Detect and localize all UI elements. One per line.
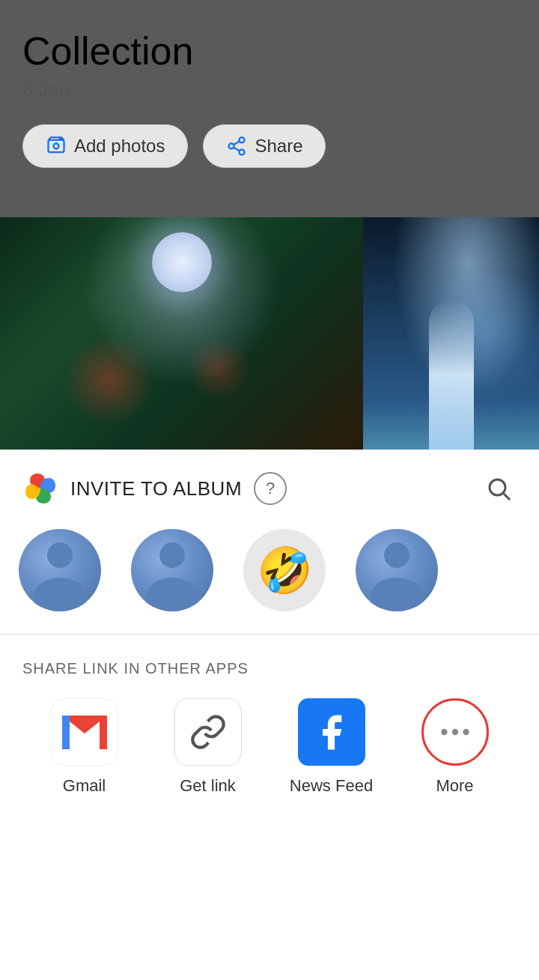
svg-point-5 bbox=[229, 144, 234, 149]
section-divider bbox=[0, 634, 539, 635]
photo-grid bbox=[0, 217, 539, 450]
svg-point-21 bbox=[463, 729, 469, 735]
add-photos-icon bbox=[46, 136, 67, 157]
share-apps-row: Gmail Get link News F bbox=[22, 698, 517, 796]
help-icon: ? bbox=[266, 479, 275, 498]
more-dots-svg bbox=[436, 713, 474, 751]
get-link-item[interactable]: Get link bbox=[156, 698, 261, 796]
share-label: Share bbox=[255, 136, 302, 157]
contact-avatar-2 bbox=[131, 529, 213, 611]
more-label: More bbox=[436, 776, 473, 796]
add-photos-label: Add photos bbox=[74, 136, 165, 157]
share-icon bbox=[226, 136, 247, 157]
contact-item-4[interactable] bbox=[352, 529, 442, 611]
svg-point-1 bbox=[54, 144, 59, 149]
contact-item-2[interactable] bbox=[127, 529, 217, 611]
chain-link-icon bbox=[189, 713, 227, 751]
collection-actions: Add photos Share bbox=[22, 124, 517, 168]
share-button[interactable]: Share bbox=[203, 124, 326, 168]
contact-avatar-1 bbox=[19, 529, 101, 611]
gmail-icon-svg bbox=[63, 716, 106, 748]
facebook-f-svg bbox=[311, 712, 352, 753]
add-photos-button[interactable]: Add photos bbox=[22, 124, 188, 168]
share-link-section: SHARE LINK IN OTHER APPS bbox=[0, 642, 539, 808]
facebook-item[interactable]: News Feed bbox=[279, 698, 384, 796]
photo-left[interactable] bbox=[0, 217, 363, 450]
invite-section: INVITE TO ALBUM ? bbox=[0, 450, 539, 521]
bottom-sheet: INVITE TO ALBUM ? 🤣 SHARE LINK IN OTHER … bbox=[0, 450, 539, 980]
gmail-share-item[interactable]: Gmail bbox=[32, 698, 137, 796]
contact-item-3[interactable]: 🤣 bbox=[240, 529, 329, 611]
svg-point-19 bbox=[441, 729, 447, 735]
svg-line-7 bbox=[234, 148, 240, 151]
collection-header: Collection 6 Jan Add photos Share bbox=[0, 0, 539, 183]
news-feed-label: News Feed bbox=[290, 776, 373, 796]
svg-line-10 bbox=[504, 494, 510, 500]
contact-avatar-emoji: 🤣 bbox=[243, 529, 326, 611]
gmail-icon bbox=[51, 698, 118, 766]
collection-date: 6 Jan bbox=[22, 79, 517, 102]
water-spray bbox=[429, 300, 474, 450]
collection-title: Collection bbox=[22, 30, 517, 73]
svg-point-4 bbox=[240, 138, 245, 143]
svg-rect-0 bbox=[49, 140, 64, 152]
facebook-icon bbox=[298, 698, 365, 766]
search-button[interactable] bbox=[481, 471, 517, 506]
svg-line-8 bbox=[234, 142, 240, 145]
search-icon bbox=[485, 475, 512, 502]
svg-point-9 bbox=[490, 480, 505, 495]
contact-avatar-4 bbox=[356, 529, 438, 611]
link-icon bbox=[174, 698, 242, 766]
svg-point-20 bbox=[451, 729, 457, 735]
google-photos-logo bbox=[22, 471, 58, 506]
svg-point-6 bbox=[240, 150, 245, 155]
svg-rect-18 bbox=[70, 716, 100, 722]
photo-right[interactable] bbox=[363, 217, 539, 450]
contacts-row: 🤣 bbox=[0, 521, 539, 626]
more-item[interactable]: More bbox=[403, 698, 508, 796]
get-link-label: Get link bbox=[180, 776, 236, 796]
help-button[interactable]: ? bbox=[254, 472, 287, 505]
invite-label: INVITE TO ALBUM bbox=[70, 477, 242, 500]
contact-item-1[interactable] bbox=[15, 529, 105, 611]
more-icon bbox=[421, 698, 489, 766]
share-link-label: SHARE LINK IN OTHER APPS bbox=[22, 660, 517, 677]
gmail-label: Gmail bbox=[63, 776, 106, 796]
